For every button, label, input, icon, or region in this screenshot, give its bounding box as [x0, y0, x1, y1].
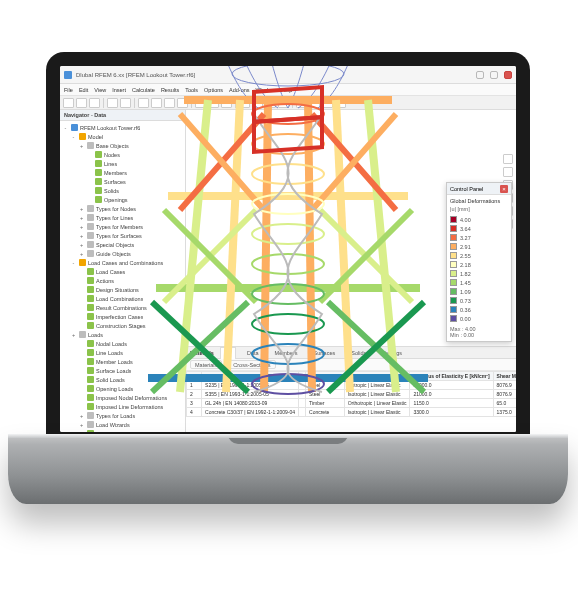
tree-item[interactable]: Design Situations	[62, 285, 182, 294]
tree-item[interactable]: Surface Loads	[62, 366, 182, 375]
menu-help[interactable]: Help	[281, 87, 292, 93]
tree-item[interactable]: Member Loads	[62, 357, 182, 366]
toolbar-open-icon[interactable]	[76, 98, 87, 108]
tree-item[interactable]: +Loads	[62, 330, 182, 339]
tree-item[interactable]: Nodal Loads	[62, 339, 182, 348]
tree-item[interactable]: Construction Stages	[62, 321, 182, 330]
maximize-button[interactable]	[490, 71, 498, 79]
toolbar-undo-icon[interactable]	[107, 98, 118, 108]
expand-icon[interactable]: +	[78, 224, 85, 230]
tree-item[interactable]: Surfaces	[62, 177, 182, 186]
grid-header[interactable]: Material Model	[344, 372, 410, 381]
tree-item[interactable]: Solid Loads	[62, 375, 182, 384]
tree-item[interactable]: +Load Wizards	[62, 420, 182, 429]
tree-item[interactable]: Line Loads	[62, 348, 182, 357]
table-row[interactable]: 2S355 | EN 1993-1-1:2005-05SteelIsotropi…	[187, 390, 517, 399]
expand-icon[interactable]: -	[62, 125, 69, 131]
expand-icon[interactable]: +	[78, 413, 85, 419]
tree-item[interactable]: +Types for Loads	[62, 411, 182, 420]
tree-item[interactable]: Openings	[62, 195, 182, 204]
expand-icon[interactable]: -	[70, 134, 77, 140]
navigator-panel[interactable]: Navigator - Data -RFEM Lookout Tower.rf6…	[60, 110, 186, 432]
control-panel-legend[interactable]: Control Panel × Global Deformations |u| …	[446, 182, 512, 342]
toolbar-rotate-icon[interactable]	[335, 98, 346, 108]
toolbar-results-icon[interactable]	[221, 98, 232, 108]
legend-header[interactable]: Control Panel ×	[447, 183, 511, 195]
menubar[interactable]: FileEditViewInsertCalculateResultsToolsO…	[60, 84, 516, 96]
results-filter-1[interactable]: Materials	[190, 360, 222, 369]
grid-header[interactable]: Material Type	[306, 372, 345, 381]
toolbar-zoom-fit-icon[interactable]	[296, 98, 307, 108]
tree-item[interactable]: Imposed Line Deformations	[62, 402, 182, 411]
menu-calculate[interactable]: Calculate	[132, 87, 155, 93]
tree-item[interactable]: Solids	[62, 186, 182, 195]
results-tab-solids[interactable]: Solids	[346, 347, 371, 359]
toolbar-pan-icon[interactable]	[322, 98, 333, 108]
results-tab-data[interactable]: Data	[242, 347, 264, 359]
menu-tools[interactable]: Tools	[185, 87, 198, 93]
toolbar-view-z-icon[interactable]	[278, 98, 289, 108]
tree-item[interactable]: -RFEM Lookout Tower.rf6	[62, 123, 182, 132]
expand-icon[interactable]: +	[78, 143, 85, 149]
menu-results[interactable]: Results	[161, 87, 179, 93]
tree-item[interactable]: Load Distribution	[62, 429, 182, 432]
menu-add-ons[interactable]: Add-ons	[229, 87, 250, 93]
toolbar-save-icon[interactable]	[89, 98, 100, 108]
tree-item[interactable]: -Model	[62, 132, 182, 141]
tree-item[interactable]: +Types for Lines	[62, 213, 182, 222]
tree-item[interactable]: +Guide Objects	[62, 249, 182, 258]
toolbar-calc-icon[interactable]	[208, 98, 219, 108]
tree-item[interactable]: +Base Objects	[62, 141, 182, 150]
menu-view[interactable]: View	[94, 87, 106, 93]
expand-icon[interactable]: +	[78, 251, 85, 257]
menu-window[interactable]: Window	[256, 87, 276, 93]
results-tab-settings[interactable]: Settings	[377, 347, 407, 359]
tree-item[interactable]: -Load Cases and Combinations	[62, 258, 182, 267]
view-iso-icon[interactable]	[503, 154, 513, 164]
toolbar-member-icon[interactable]	[164, 98, 175, 108]
grid-header[interactable]	[299, 372, 306, 381]
expand-icon[interactable]: +	[70, 332, 77, 338]
tree-item[interactable]: Imposed Nodal Deformations	[62, 393, 182, 402]
navigator-tree[interactable]: -RFEM Lookout Tower.rf6-Model+Base Objec…	[60, 121, 185, 432]
grid-header[interactable]: No.	[187, 372, 202, 381]
expand-icon[interactable]: +	[78, 206, 85, 212]
menu-edit[interactable]: Edit	[79, 87, 88, 93]
grid-header[interactable]: Shear Modulus G [kN/cm²]	[493, 372, 516, 381]
tree-item[interactable]: Load Combinations	[62, 294, 182, 303]
toolbar-node-icon[interactable]	[138, 98, 149, 108]
toolbar-view-x-icon[interactable]	[252, 98, 263, 108]
main-toolbar[interactable]	[60, 96, 516, 110]
tree-item[interactable]: +Types for Members	[62, 222, 182, 231]
results-panel[interactable]: Materials AllDataMembersSurfacesSolidsSe…	[186, 346, 516, 432]
table-row[interactable]: 3GL 24h | EN 14080:2013-09TimberOrthotro…	[187, 399, 517, 408]
results-tab-surfaces[interactable]: Surfaces	[309, 347, 341, 359]
toolbar-new-icon[interactable]	[63, 98, 74, 108]
expand-icon[interactable]: +	[78, 422, 85, 428]
grid-header[interactable]: Modulus of Elasticity E [kN/cm²]	[410, 372, 493, 381]
table-row[interactable]: 4Concrete C30/37 | EN 1992-1-1:2009-04Co…	[187, 408, 517, 417]
tree-item[interactable]: Load Cases	[62, 267, 182, 276]
3d-viewport[interactable]: Materials AllDataMembersSurfacesSolidsSe…	[186, 110, 516, 432]
close-button[interactable]	[504, 71, 512, 79]
menu-insert[interactable]: Insert	[112, 87, 126, 93]
expand-icon[interactable]: +	[78, 233, 85, 239]
tree-item[interactable]: +Types for Nodes	[62, 204, 182, 213]
tree-item[interactable]: Opening Loads	[62, 384, 182, 393]
expand-icon[interactable]: -	[70, 260, 77, 266]
minimize-button[interactable]	[476, 71, 484, 79]
view-xz-icon[interactable]	[503, 167, 513, 177]
results-toolbar[interactable]: Materials Cross-Sections	[186, 359, 516, 371]
table-row[interactable]: 1S235 | EN 1993-1-1:2005-05SteelIsotropi…	[187, 381, 517, 390]
menu-options[interactable]: Options	[204, 87, 223, 93]
menu-file[interactable]: File	[64, 87, 73, 93]
results-tab-all[interactable]: All	[220, 347, 236, 359]
tree-item[interactable]: Result Combinations	[62, 303, 182, 312]
toolbar-line-icon[interactable]	[151, 98, 162, 108]
legend-close-icon[interactable]: ×	[500, 185, 508, 193]
tree-item[interactable]: +Special Objects	[62, 240, 182, 249]
toolbar-redo-icon[interactable]	[120, 98, 131, 108]
toolbar-load-icon[interactable]	[195, 98, 206, 108]
results-tab-members[interactable]: Members	[270, 347, 303, 359]
results-tabs[interactable]: Materials AllDataMembersSurfacesSolidsSe…	[186, 347, 516, 359]
